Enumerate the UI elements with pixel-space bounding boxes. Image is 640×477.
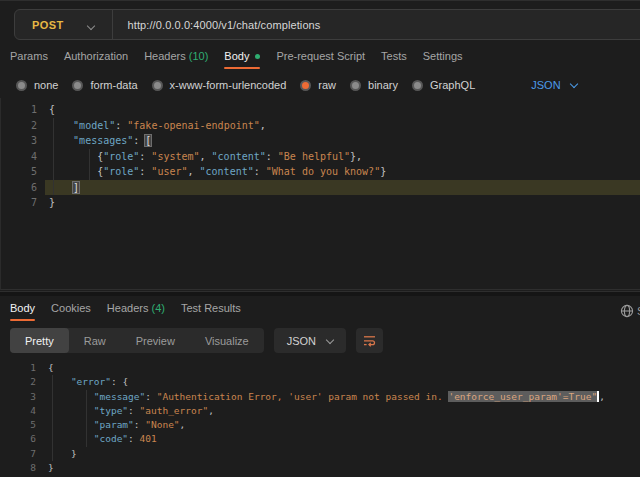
body-type-binary[interactable]: binary — [350, 79, 398, 91]
line-number: 3 — [1, 133, 37, 149]
code-line: 1{ — [1, 102, 640, 118]
line-number: 4 — [1, 149, 37, 165]
wrap-lines-button[interactable] — [356, 328, 383, 353]
code-text: "error": { — [48, 375, 128, 389]
raw-format-dropdown[interactable]: JSON — [531, 79, 576, 91]
line-number: 5 — [0, 418, 36, 432]
indent-guide — [53, 118, 54, 196]
body-type-row: noneform-datax-www-form-urlencodedrawbin… — [16, 79, 577, 91]
line-number: 3 — [0, 390, 36, 404]
tab-headers[interactable]: Headers (10) — [144, 50, 208, 69]
code-line: 1{ — [0, 361, 640, 375]
response-tab-body[interactable]: Body — [10, 302, 35, 321]
code-line: 3 "messages": [ — [1, 133, 640, 149]
code-text: } — [49, 195, 55, 211]
radio-icon — [350, 80, 361, 91]
code-text: "param": "None", — [48, 418, 185, 432]
line-number: 7 — [1, 195, 37, 211]
request-url-bar: POST http://0.0.0.0:4000/v1/chat/complet… — [14, 9, 640, 40]
line-number: 2 — [0, 375, 36, 389]
view-preview[interactable]: Preview — [121, 328, 190, 353]
line-number: 6 — [1, 180, 37, 196]
body-type-label: x-www-form-urlencoded — [170, 79, 287, 91]
response-body-editor[interactable]: 1{2 "error": {3 "message": "Authenticati… — [0, 357, 640, 477]
body-type-none[interactable]: none — [16, 79, 58, 91]
code-text: { — [49, 102, 55, 118]
indent-guide — [89, 149, 90, 180]
line-number: 8 — [0, 461, 36, 475]
code-line: 2 "model": "fake-openai-endpoint", — [1, 118, 640, 134]
radio-icon — [72, 80, 83, 91]
response-tab-headers[interactable]: Headers (4) — [107, 302, 165, 321]
body-type-label: none — [34, 79, 58, 91]
request-body-editor[interactable]: 1{2 "model": "fake-openai-endpoint",3 "m… — [0, 98, 640, 290]
code-text: "messages": [ — [49, 133, 151, 149]
chevron-down-icon — [326, 335, 334, 343]
response-view-switch: PrettyRawPreviewVisualize — [10, 328, 264, 353]
tab-tests[interactable]: Tests — [381, 50, 407, 69]
body-type-form-data[interactable]: form-data — [72, 79, 137, 91]
radio-icon — [300, 80, 311, 91]
body-type-x-www-form-urlencoded[interactable]: x-www-form-urlencoded — [152, 79, 287, 91]
line-number: 1 — [0, 361, 36, 375]
code-text: {"role": "user", "content": "What do you… — [49, 164, 386, 180]
code-text: "message": "Authentication Error, 'user'… — [48, 390, 605, 404]
response-tab-cookies[interactable]: Cookies — [51, 302, 91, 321]
chevron-down-icon[interactable] — [88, 15, 94, 33]
code-text: { — [48, 361, 54, 375]
tab-count-badge: (10) — [186, 50, 209, 62]
radio-icon — [152, 80, 163, 91]
line-number: 7 — [0, 447, 36, 461]
tab-pre-request-script[interactable]: Pre-request Script — [276, 50, 365, 69]
wrap-lines-icon — [363, 335, 376, 347]
code-text: "model": "fake-openai-endpoint", — [49, 118, 266, 134]
body-type-label: binary — [368, 79, 398, 91]
code-line: 4 "type": "auth_error", — [0, 404, 640, 418]
radio-icon — [16, 80, 27, 91]
code-line: 6 "code": 401 — [0, 432, 640, 446]
tab-params[interactable]: Params — [10, 50, 48, 69]
code-line: 5 {"role": "user", "content": "What do y… — [1, 164, 640, 180]
view-raw[interactable]: Raw — [69, 328, 121, 353]
view-pretty[interactable]: Pretty — [10, 328, 69, 353]
code-line: 3 "message": "Authentication Error, 'use… — [0, 390, 640, 404]
request-tabs: ParamsAuthorizationHeaders (10)BodyPre-r… — [10, 50, 463, 69]
body-type-label: GraphQL — [430, 79, 475, 91]
line-number: 1 — [1, 102, 37, 118]
chevron-down-icon — [569, 80, 577, 88]
green-dot-icon — [255, 54, 260, 59]
indent-guide — [86, 390, 87, 447]
line-number: 4 — [0, 404, 36, 418]
window-top-divider — [0, 0, 640, 1]
response-format-label: JSON — [287, 335, 316, 347]
url-input[interactable]: http://0.0.0.0:4000/v1/chat/completions — [128, 19, 321, 31]
radio-icon — [412, 80, 423, 91]
tab-body[interactable]: Body — [224, 50, 260, 69]
line-number: 5 — [1, 164, 37, 180]
code-text: "code": 401 — [48, 432, 157, 446]
code-line: 7} — [1, 195, 640, 211]
response-tabs: BodyCookiesHeaders (4)Test Results — [10, 302, 241, 321]
code-text: } — [48, 461, 54, 475]
code-line: 5 "param": "None", — [0, 418, 640, 432]
view-visualize[interactable]: Visualize — [190, 328, 264, 353]
tab-count-badge: (4) — [148, 302, 165, 314]
code-line: 7 } — [0, 447, 640, 461]
raw-format-label: JSON — [531, 79, 560, 91]
response-tab-test-results[interactable]: Test Results — [181, 302, 241, 321]
body-type-label: form-data — [90, 79, 137, 91]
code-text: {"role": "system", "content": "Be helpfu… — [49, 149, 362, 165]
line-number: 6 — [0, 432, 36, 446]
body-type-raw[interactable]: raw — [300, 79, 336, 91]
body-type-graphql[interactable]: GraphQL — [412, 79, 475, 91]
divider — [112, 10, 113, 39]
response-format-dropdown[interactable]: JSON — [274, 328, 346, 353]
response-view-toolbar: PrettyRawPreviewVisualize JSON — [10, 328, 383, 353]
indent-guide — [52, 375, 53, 461]
globe-icon[interactable] — [620, 304, 634, 318]
tab-settings[interactable]: Settings — [423, 50, 463, 69]
tab-authorization[interactable]: Authorization — [64, 50, 128, 69]
method-selector[interactable]: POST — [15, 19, 64, 31]
code-line: 2 "error": { — [0, 375, 640, 389]
line-number: 2 — [1, 118, 37, 134]
